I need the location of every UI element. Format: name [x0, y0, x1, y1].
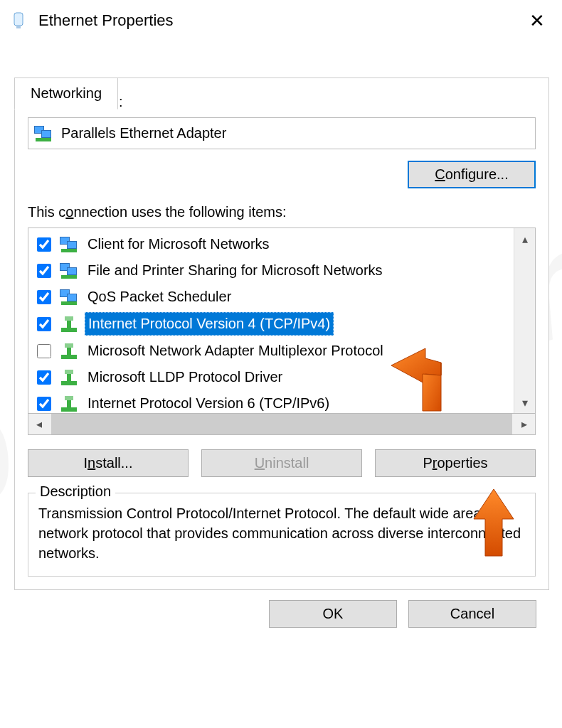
item-label: Microsoft Network Adapter Multiplexor Pr… [85, 340, 386, 362]
list-item[interactable]: Client for Microsoft Networks [28, 231, 514, 257]
ok-button[interactable]: OK [269, 600, 397, 628]
scroll-down-icon[interactable]: ▾ [514, 392, 535, 413]
item-checkbox[interactable] [37, 344, 51, 358]
item-checkbox[interactable] [37, 317, 51, 331]
network-protocol-icon [59, 395, 79, 412]
tab-networking[interactable]: Networking [14, 77, 118, 109]
network-client-icon [59, 289, 79, 306]
item-checkbox[interactable] [37, 397, 51, 411]
arrow-callout-item [391, 348, 460, 412]
configure-button[interactable]: Configure... [408, 161, 536, 188]
uninstall-button: Uninstall [201, 449, 362, 477]
description-text: Transmission Control Protocol/Internet P… [38, 503, 525, 563]
item-checkbox[interactable] [37, 264, 51, 278]
item-checkbox[interactable] [37, 370, 51, 385]
list-item[interactable]: Internet Protocol Version 4 (TCP/IPv4) [28, 310, 514, 338]
svg-marker-2 [474, 489, 514, 556]
properties-button[interactable]: Properties [375, 449, 536, 477]
network-client-icon [59, 262, 79, 279]
scroll-left-icon[interactable]: ◂ [28, 414, 50, 434]
item-label: Internet Protocol Version 4 (TCP/IPv4) [85, 312, 334, 336]
close-icon[interactable]: ✕ [522, 7, 552, 35]
tab-panel: Connect using: Parallels Ethernet Adapte… [14, 77, 549, 590]
network-protocol-icon [59, 316, 79, 333]
scroll-right-icon[interactable]: ▸ [514, 414, 535, 434]
adapter-icon [34, 126, 53, 141]
horizontal-scrollbar[interactable]: ◂ ▸ [28, 414, 536, 435]
list-item[interactable]: QoS Packet Scheduler [28, 284, 514, 310]
vertical-scrollbar[interactable]: ▴ ▾ [514, 228, 535, 413]
install-button[interactable]: Install... [28, 449, 189, 477]
item-label: QoS Packet Scheduler [85, 286, 234, 308]
scroll-up-icon[interactable]: ▴ [514, 228, 535, 250]
item-checkbox[interactable] [37, 290, 51, 304]
svg-rect-1 [16, 26, 21, 28]
window-title: Ethernet Properties [38, 11, 522, 30]
network-client-icon [59, 236, 79, 253]
item-label: Client for Microsoft Networks [85, 233, 272, 255]
items-label: This connection uses the following items… [28, 204, 536, 220]
network-protocol-icon [59, 343, 79, 360]
item-label: Internet Protocol Version 6 (TCP/IPv6) [85, 392, 332, 413]
item-label: File and Printer Sharing for Microsoft N… [85, 259, 386, 282]
adapter-name: Parallels Ethernet Adapter [61, 125, 226, 141]
network-protocol-icon [59, 369, 79, 386]
item-checkbox[interactable] [37, 237, 51, 252]
list-item[interactable]: File and Printer Sharing for Microsoft N… [28, 257, 514, 284]
ethernet-icon [10, 9, 27, 32]
item-label: Microsoft LLDP Protocol Driver [85, 366, 285, 388]
svg-rect-0 [14, 13, 23, 26]
arrow-callout-properties [472, 489, 515, 557]
cancel-button[interactable]: Cancel [408, 600, 536, 628]
description-legend: Description [36, 483, 115, 500]
description-group: Description Transmission Control Protoco… [28, 493, 536, 577]
adapter-field: Parallels Ethernet Adapter [28, 117, 536, 149]
titlebar: Ethernet Properties ✕ [0, 0, 562, 41]
